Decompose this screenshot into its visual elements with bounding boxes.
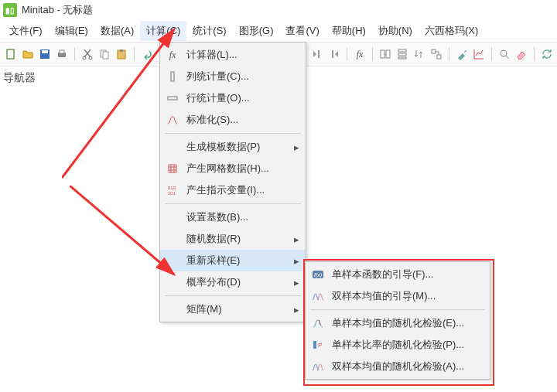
- print-icon[interactable]: [54, 46, 70, 62]
- paste-icon[interactable]: [114, 46, 129, 62]
- menu-help[interactable]: 帮助(H): [326, 21, 372, 41]
- svg-text:f(x): f(x): [314, 272, 322, 278]
- submenu-rand-2mean[interactable]: 双样本均值的随机化检验(A)...: [306, 356, 490, 377]
- menu-matrices[interactable]: 矩阵(M) ▸: [160, 298, 306, 320]
- submenu-rand-1mean[interactable]: 单样本均值的随机化检验(E)...: [306, 312, 490, 334]
- two-curves-icon: [310, 288, 326, 304]
- menu-item-label: 标准化(S)...: [186, 113, 299, 127]
- subset-icon[interactable]: [378, 46, 393, 62]
- previous-icon[interactable]: [309, 46, 325, 62]
- chevron-right-icon: ▸: [293, 141, 299, 153]
- save-icon[interactable]: [37, 46, 53, 62]
- fx-icon[interactable]: fx: [352, 46, 367, 62]
- transpose-icon[interactable]: [429, 46, 444, 62]
- open-icon[interactable]: [20, 46, 36, 62]
- menu-set-base[interactable]: 设置基数(B)...: [160, 206, 306, 228]
- undo-icon[interactable]: [139, 46, 155, 62]
- binary-icon: 010101: [165, 182, 180, 198]
- menu-item-label: 计算器(L)...: [186, 48, 299, 62]
- copy-icon[interactable]: [97, 46, 112, 62]
- menu-calculator[interactable]: fx 计算器(L)...: [160, 44, 306, 66]
- calc-dropdown: fx 计算器(L)... 列统计量(C)... 行统计量(O)... 标准化(S…: [159, 42, 306, 322]
- menu-random-data[interactable]: 随机数据(R) ▸: [160, 228, 306, 250]
- svg-rect-20: [168, 97, 177, 100]
- window-title: Minitab - 无标题: [22, 3, 93, 17]
- menu-separator: [165, 133, 301, 134]
- menu-make-mesh[interactable]: 产生网格数据(H)...: [160, 158, 306, 179]
- menu-separator: [310, 309, 485, 310]
- chart-icon[interactable]: [471, 46, 487, 62]
- proportion-icon: P: [310, 337, 326, 353]
- cut-icon[interactable]: [80, 46, 95, 62]
- menu-item-label: 重新采样(E): [186, 254, 293, 268]
- svg-rect-4: [60, 50, 64, 53]
- svg-line-28: [70, 186, 174, 274]
- menu-item-label: 矩阵(M): [186, 302, 293, 316]
- app-icon: ▮▯: [3, 3, 17, 17]
- svg-rect-15: [398, 57, 406, 59]
- menu-make-patterned[interactable]: 生成模板数据(P) ▸: [160, 136, 306, 158]
- submenu-rand-1prop[interactable]: P 单样本比率的随机化检验(P)...: [306, 334, 490, 356]
- menu-item-label: 单样本比率的随机化检验(P)...: [332, 338, 484, 352]
- blank-icon: [165, 274, 180, 290]
- svg-point-18: [501, 50, 507, 56]
- curve-mark-icon: [310, 315, 326, 331]
- menu-item-label: 行统计量(O)...: [186, 91, 299, 105]
- tool-icon[interactable]: [454, 46, 470, 62]
- svg-rect-11: [381, 50, 384, 58]
- svg-rect-25: [313, 341, 316, 349]
- chevron-right-icon: ▸: [293, 233, 299, 245]
- menu-item-label: 双样本均值的随机化检验(A)...: [332, 360, 484, 373]
- menu-resample[interactable]: 重新采样(E) ▸: [160, 250, 306, 271]
- menu-graph[interactable]: 图形(G): [233, 21, 280, 41]
- chevron-right-icon: ▸: [293, 277, 299, 288]
- blank-icon: [165, 302, 180, 317]
- toolbar-separator: [134, 47, 135, 61]
- svg-rect-16: [432, 49, 436, 53]
- menu-file[interactable]: 文件(F): [3, 21, 49, 41]
- blank-icon: [165, 231, 180, 247]
- zoom-icon[interactable]: [497, 46, 512, 62]
- menu-make-indicator[interactable]: 010101 产生指示变量(I)...: [160, 179, 306, 201]
- submenu-bootstrap-function[interactable]: f(x) 单样本函数的引导(F)...: [306, 264, 490, 285]
- menu-col-stats[interactable]: 列统计量(C)...: [160, 66, 306, 87]
- menu-bar: 文件(F) 编辑(E) 数据(A) 计算(C) 统计(S) 图形(G) 查看(V…: [0, 20, 557, 43]
- menu-sixsigma[interactable]: 六西格玛(X): [419, 21, 484, 41]
- toolbar-separator: [449, 47, 449, 61]
- svg-rect-8: [103, 52, 108, 59]
- chevron-right-icon: ▸: [293, 304, 299, 315]
- menu-calc[interactable]: 计算(C): [140, 21, 186, 41]
- menu-item-label: 设置基数(B)...: [186, 210, 299, 224]
- menu-item-label: 产生指示变量(I)...: [186, 183, 299, 197]
- row-icon: [165, 90, 180, 106]
- menu-item-label: 产生网格数据(H)...: [186, 162, 299, 176]
- svg-text:P: P: [318, 342, 322, 349]
- svg-rect-14: [398, 53, 406, 56]
- column-icon: [165, 69, 180, 84]
- menu-row-stats[interactable]: 行统计量(O)...: [160, 87, 306, 109]
- title-bar: ▮▯ Minitab - 无标题: [0, 0, 557, 20]
- erase-icon[interactable]: [514, 46, 529, 62]
- svg-rect-13: [398, 49, 406, 52]
- menu-separator: [165, 203, 301, 204]
- menu-edit[interactable]: 编辑(E): [49, 21, 94, 41]
- menu-assist[interactable]: 协助(N): [372, 21, 419, 41]
- menu-prob-dist[interactable]: 概率分布(D) ▸: [160, 271, 306, 293]
- stack-icon[interactable]: [395, 46, 410, 62]
- sort-icon[interactable]: [412, 46, 427, 62]
- next-icon[interactable]: [326, 46, 342, 62]
- menu-stat[interactable]: 统计(S): [186, 21, 232, 41]
- fx-badge-icon: f(x): [310, 267, 326, 282]
- svg-rect-0: [7, 49, 14, 59]
- refresh-icon[interactable]: [539, 46, 555, 62]
- menu-item-label: 单样本均值的随机化检验(E)...: [332, 316, 484, 330]
- submenu-bootstrap-2mean[interactable]: 双样本均值的引导(M)...: [306, 285, 490, 307]
- menu-item-label: 单样本函数的引导(F)...: [332, 268, 484, 281]
- menu-standardize[interactable]: 标准化(S)...: [160, 109, 306, 131]
- new-icon[interactable]: [3, 46, 19, 62]
- menu-item-label: 列统计量(C)...: [186, 70, 299, 84]
- menu-data[interactable]: 数据(A): [94, 21, 140, 41]
- two-curves-icon: [310, 359, 326, 374]
- menu-view[interactable]: 查看(V): [279, 21, 325, 41]
- toolbar-separator: [372, 47, 373, 61]
